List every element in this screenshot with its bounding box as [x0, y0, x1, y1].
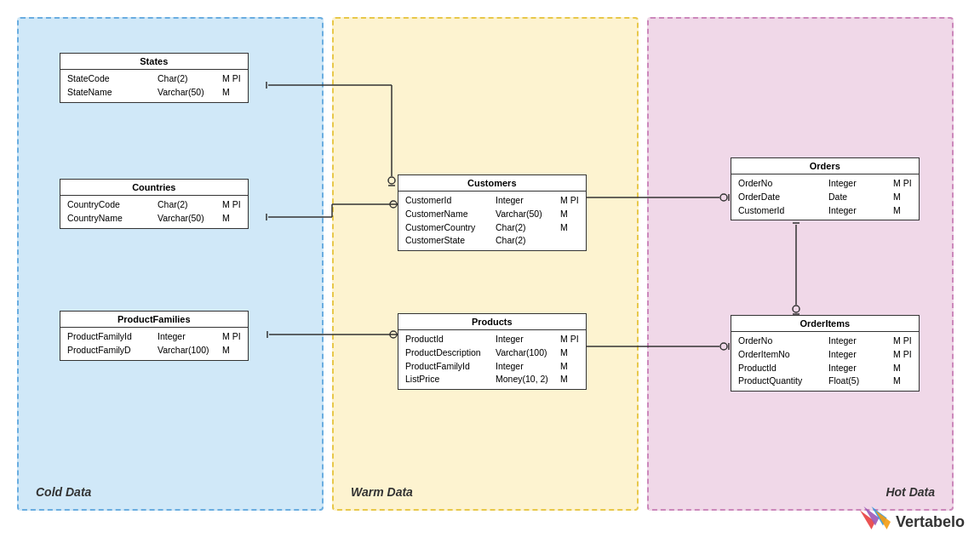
table-row: ProductFamilyId Integer M PI: [67, 330, 241, 344]
products-table-header: Products: [398, 314, 586, 330]
customers-table-body: CustomerId Integer M PI CustomerName Var…: [398, 192, 586, 250]
hot-zone: Hot Data: [647, 17, 954, 511]
table-row: ProductQuantity Float(5) M: [738, 375, 912, 388]
countries-table-header: Countries: [60, 180, 248, 196]
table-row: CountryName Varchar(50) M: [67, 212, 241, 226]
customers-table: Customers CustomerId Integer M PI Custom…: [398, 174, 587, 251]
table-row: ProductFamilyId Integer M: [405, 360, 579, 374]
productfamilies-table-body: ProductFamilyId Integer M PI ProductFami…: [60, 328, 248, 360]
table-row: ProductId Integer M: [738, 362, 912, 375]
products-table-body: ProductId Integer M PI ProductDescriptio…: [398, 330, 586, 389]
table-row: ListPrice Money(10, 2) M: [405, 373, 579, 386]
table-row: OrderItemNo Integer M PI: [738, 348, 912, 362]
hot-zone-label: Hot Data: [885, 485, 935, 499]
table-row: ProductDescription Varchar(100) M: [405, 346, 579, 360]
vertabelo-logo-text: Vertabelo: [896, 513, 965, 531]
table-row: CountryCode Char(2) M PI: [67, 198, 241, 212]
countries-table-body: CountryCode Char(2) M PI CountryName Var…: [60, 196, 248, 228]
table-row: OrderNo Integer M PI: [738, 335, 912, 348]
products-table: Products ProductId Integer M PI ProductD…: [398, 313, 587, 390]
table-row: OrderNo Integer M PI: [738, 177, 912, 191]
table-row: StateName Varchar(50) M: [67, 86, 241, 100]
orderitems-table-body: OrderNo Integer M PI OrderItemNo Integer…: [731, 332, 919, 391]
table-row: ProductFamilyD Varchar(100) M: [67, 344, 241, 357]
table-row: CustomerId Integer M PI: [405, 194, 579, 208]
table-row: CustomerState Char(2): [405, 234, 579, 248]
table-row: CustomerCountry Char(2) M: [405, 221, 579, 235]
customers-table-header: Customers: [398, 175, 586, 192]
states-table-header: States: [60, 54, 248, 70]
vertabelo-logo: Vertabelo: [860, 506, 965, 537]
orders-table: Orders OrderNo Integer M PI OrderDate Da…: [731, 157, 920, 220]
productfamilies-table: ProductFamilies ProductFamilyId Integer …: [60, 311, 249, 361]
main-container: Cold Data Warm Data Hot Data: [0, 0, 980, 549]
orderitems-table: OrderItems OrderNo Integer M PI OrderIte…: [731, 315, 920, 392]
cold-zone-label: Cold Data: [36, 485, 91, 499]
table-row: CustomerId Integer M: [738, 204, 912, 218]
productfamilies-table-header: ProductFamilies: [60, 312, 248, 328]
vertabelo-logo-icon: [860, 506, 891, 537]
table-row: CustomerName Varchar(50) M: [405, 208, 579, 221]
orders-table-header: Orders: [731, 158, 919, 174]
countries-table: Countries CountryCode Char(2) M PI Count…: [60, 179, 249, 229]
orderitems-table-header: OrderItems: [731, 316, 919, 332]
states-table-body: StateCode Char(2) M PI StateName Varchar…: [60, 70, 248, 102]
table-row: OrderDate Date M: [738, 191, 912, 204]
warm-zone: Warm Data: [332, 17, 639, 511]
states-table: States StateCode Char(2) M PI StateName …: [60, 53, 249, 103]
warm-zone-label: Warm Data: [351, 485, 413, 499]
table-row: ProductId Integer M PI: [405, 333, 579, 346]
orders-table-body: OrderNo Integer M PI OrderDate Date M Cu…: [731, 174, 919, 220]
table-row: StateCode Char(2) M PI: [67, 72, 241, 86]
